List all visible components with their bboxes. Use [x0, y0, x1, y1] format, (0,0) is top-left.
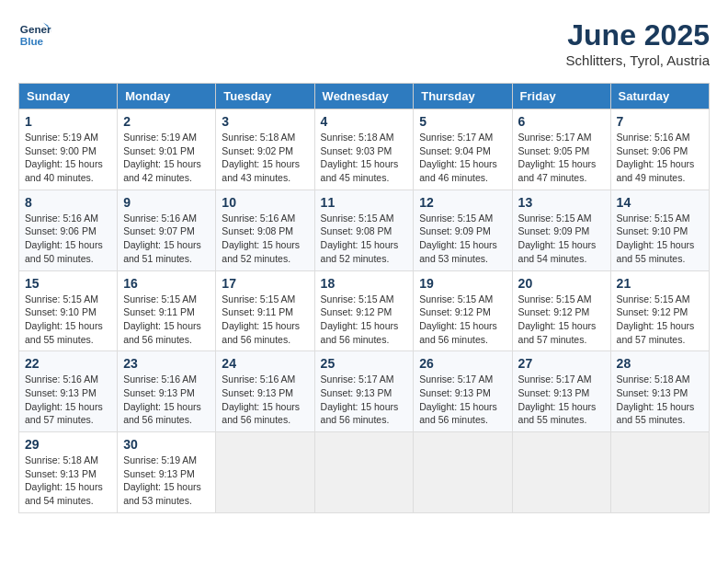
calendar-cell: 21Sunrise: 5:15 AM Sunset: 9:12 PM Dayli… — [610, 270, 709, 351]
calendar-cell: 22Sunrise: 5:16 AM Sunset: 9:13 PM Dayli… — [19, 351, 118, 432]
calendar-cell: 26Sunrise: 5:17 AM Sunset: 9:13 PM Dayli… — [414, 351, 512, 432]
calendar-week-row: 29Sunrise: 5:18 AM Sunset: 9:13 PM Dayli… — [19, 432, 710, 513]
day-number: 15 — [25, 276, 111, 291]
calendar-week-row: 15Sunrise: 5:15 AM Sunset: 9:10 PM Dayli… — [19, 270, 710, 351]
day-info: Sunrise: 5:16 AM Sunset: 9:07 PM Dayligh… — [123, 212, 210, 266]
day-info: Sunrise: 5:17 AM Sunset: 9:13 PM Dayligh… — [518, 373, 605, 427]
calendar-cell: 12Sunrise: 5:15 AM Sunset: 9:09 PM Dayli… — [414, 190, 512, 270]
calendar-header-wednesday: Wednesday — [314, 84, 414, 109]
calendar-cell — [512, 432, 610, 513]
day-number: 20 — [518, 276, 605, 291]
calendar-cell: 8Sunrise: 5:16 AM Sunset: 9:06 PM Daylig… — [19, 190, 118, 270]
day-info: Sunrise: 5:19 AM Sunset: 9:13 PM Dayligh… — [123, 454, 210, 508]
day-number: 24 — [222, 356, 308, 371]
day-number: 25 — [321, 356, 408, 371]
day-info: Sunrise: 5:15 AM Sunset: 9:11 PM Dayligh… — [123, 293, 210, 347]
logo-icon: General Blue — [18, 18, 51, 52]
day-info: Sunrise: 5:16 AM Sunset: 9:13 PM Dayligh… — [25, 373, 111, 427]
day-number: 22 — [25, 356, 111, 371]
day-info: Sunrise: 5:15 AM Sunset: 9:12 PM Dayligh… — [321, 293, 408, 347]
title-area: June 2025 Schlitters, Tyrol, Austria — [566, 18, 710, 68]
calendar-cell: 17Sunrise: 5:15 AM Sunset: 9:11 PM Dayli… — [216, 270, 314, 351]
calendar-cell: 10Sunrise: 5:16 AM Sunset: 9:08 PM Dayli… — [216, 190, 314, 270]
day-number: 30 — [123, 437, 210, 452]
day-info: Sunrise: 5:15 AM Sunset: 9:10 PM Dayligh… — [25, 293, 111, 347]
calendar-cell: 16Sunrise: 5:15 AM Sunset: 9:11 PM Dayli… — [118, 270, 216, 351]
calendar-header-friday: Friday — [512, 84, 610, 109]
day-info: Sunrise: 5:16 AM Sunset: 9:13 PM Dayligh… — [222, 373, 308, 427]
day-number: 18 — [321, 276, 408, 291]
calendar-header-monday: Monday — [118, 84, 216, 109]
day-info: Sunrise: 5:17 AM Sunset: 9:04 PM Dayligh… — [419, 131, 506, 185]
calendar-header-row: SundayMondayTuesdayWednesdayThursdayFrid… — [19, 84, 710, 109]
calendar-cell: 9Sunrise: 5:16 AM Sunset: 9:07 PM Daylig… — [118, 190, 216, 270]
location-subtitle: Schlitters, Tyrol, Austria — [566, 52, 710, 68]
calendar-cell: 27Sunrise: 5:17 AM Sunset: 9:13 PM Dayli… — [512, 351, 610, 432]
day-info: Sunrise: 5:15 AM Sunset: 9:11 PM Dayligh… — [222, 293, 308, 347]
day-info: Sunrise: 5:15 AM Sunset: 9:09 PM Dayligh… — [518, 212, 605, 266]
day-number: 26 — [419, 356, 506, 371]
logo: General Blue — [18, 18, 51, 52]
calendar-header-saturday: Saturday — [610, 84, 709, 109]
day-info: Sunrise: 5:16 AM Sunset: 9:06 PM Dayligh… — [617, 131, 703, 185]
header: General Blue June 2025 Schlitters, Tyrol… — [18, 18, 710, 68]
calendar-cell: 13Sunrise: 5:15 AM Sunset: 9:09 PM Dayli… — [512, 190, 610, 270]
day-info: Sunrise: 5:15 AM Sunset: 9:09 PM Dayligh… — [419, 212, 506, 266]
calendar-cell: 4Sunrise: 5:18 AM Sunset: 9:03 PM Daylig… — [314, 109, 414, 190]
calendar-cell: 6Sunrise: 5:17 AM Sunset: 9:05 PM Daylig… — [512, 109, 610, 190]
calendar-header-sunday: Sunday — [19, 84, 118, 109]
day-number: 13 — [518, 195, 605, 210]
calendar-table: SundayMondayTuesdayWednesdayThursdayFrid… — [18, 83, 710, 513]
day-number: 6 — [518, 114, 605, 129]
day-number: 5 — [419, 114, 506, 129]
day-number: 10 — [222, 195, 308, 210]
day-info: Sunrise: 5:17 AM Sunset: 9:13 PM Dayligh… — [321, 373, 408, 427]
day-info: Sunrise: 5:18 AM Sunset: 9:02 PM Dayligh… — [222, 131, 308, 185]
day-info: Sunrise: 5:18 AM Sunset: 9:13 PM Dayligh… — [617, 373, 703, 427]
day-number: 28 — [617, 356, 703, 371]
calendar-cell: 5Sunrise: 5:17 AM Sunset: 9:04 PM Daylig… — [414, 109, 512, 190]
calendar-header-tuesday: Tuesday — [216, 84, 314, 109]
calendar-week-row: 1Sunrise: 5:19 AM Sunset: 9:00 PM Daylig… — [19, 109, 710, 190]
day-number: 12 — [419, 195, 506, 210]
day-info: Sunrise: 5:15 AM Sunset: 9:10 PM Dayligh… — [617, 212, 703, 266]
month-title: June 2025 — [566, 18, 710, 52]
calendar-cell: 30Sunrise: 5:19 AM Sunset: 9:13 PM Dayli… — [118, 432, 216, 513]
calendar-header-thursday: Thursday — [414, 84, 512, 109]
day-info: Sunrise: 5:19 AM Sunset: 9:00 PM Dayligh… — [25, 131, 111, 185]
day-info: Sunrise: 5:17 AM Sunset: 9:13 PM Dayligh… — [419, 373, 506, 427]
day-info: Sunrise: 5:16 AM Sunset: 9:08 PM Dayligh… — [222, 212, 308, 266]
day-info: Sunrise: 5:18 AM Sunset: 9:13 PM Dayligh… — [25, 454, 111, 508]
day-info: Sunrise: 5:16 AM Sunset: 9:06 PM Dayligh… — [25, 212, 111, 266]
calendar-cell — [610, 432, 709, 513]
day-number: 7 — [617, 114, 703, 129]
day-number: 9 — [123, 195, 210, 210]
calendar-cell: 18Sunrise: 5:15 AM Sunset: 9:12 PM Dayli… — [314, 270, 414, 351]
day-info: Sunrise: 5:18 AM Sunset: 9:03 PM Dayligh… — [321, 131, 408, 185]
day-number: 21 — [617, 276, 703, 291]
day-number: 3 — [222, 114, 308, 129]
day-number: 19 — [419, 276, 506, 291]
day-info: Sunrise: 5:15 AM Sunset: 9:12 PM Dayligh… — [419, 293, 506, 347]
calendar-cell — [216, 432, 314, 513]
day-number: 11 — [321, 195, 408, 210]
day-info: Sunrise: 5:19 AM Sunset: 9:01 PM Dayligh… — [123, 131, 210, 185]
calendar-cell: 7Sunrise: 5:16 AM Sunset: 9:06 PM Daylig… — [610, 109, 709, 190]
day-number: 8 — [25, 195, 111, 210]
calendar-cell: 24Sunrise: 5:16 AM Sunset: 9:13 PM Dayli… — [216, 351, 314, 432]
calendar-cell: 19Sunrise: 5:15 AM Sunset: 9:12 PM Dayli… — [414, 270, 512, 351]
calendar-cell: 3Sunrise: 5:18 AM Sunset: 9:02 PM Daylig… — [216, 109, 314, 190]
day-info: Sunrise: 5:15 AM Sunset: 9:12 PM Dayligh… — [518, 293, 605, 347]
calendar-week-row: 22Sunrise: 5:16 AM Sunset: 9:13 PM Dayli… — [19, 351, 710, 432]
calendar-cell: 25Sunrise: 5:17 AM Sunset: 9:13 PM Dayli… — [314, 351, 414, 432]
svg-text:Blue: Blue — [20, 35, 44, 47]
calendar-cell — [314, 432, 414, 513]
day-number: 2 — [123, 114, 210, 129]
day-number: 29 — [25, 437, 111, 452]
calendar-cell: 20Sunrise: 5:15 AM Sunset: 9:12 PM Dayli… — [512, 270, 610, 351]
day-info: Sunrise: 5:15 AM Sunset: 9:08 PM Dayligh… — [321, 212, 408, 266]
day-number: 1 — [25, 114, 111, 129]
day-number: 27 — [518, 356, 605, 371]
calendar-cell — [414, 432, 512, 513]
day-number: 23 — [123, 356, 210, 371]
